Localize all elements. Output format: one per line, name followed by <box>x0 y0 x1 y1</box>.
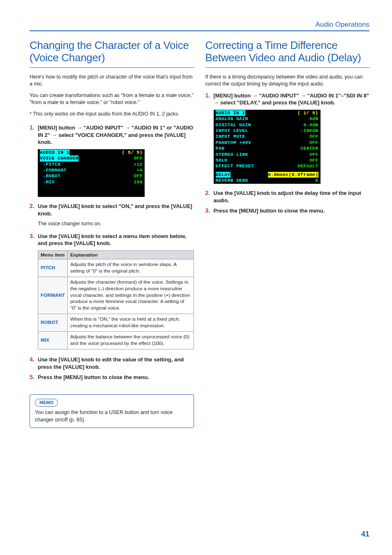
arrow-right-icon: → <box>125 124 130 132</box>
lcd-label: DELAY <box>216 172 231 178</box>
lcd-label: VOICE CHANGER <box>40 155 78 161</box>
memo-text: You can assign the function to a USER bu… <box>35 409 189 423</box>
lcd-label: ANALOG GAIN <box>216 116 248 122</box>
step-number: 1. <box>205 92 211 106</box>
t: [MENU] button <box>214 92 253 99</box>
t: select "VOICE CHANGER," and press the [V… <box>38 132 186 146</box>
right-column: Correcting a Time Difference Between Vid… <box>205 39 370 428</box>
step-number: 5. <box>30 374 35 381</box>
th-explanation: Explanation <box>68 250 194 259</box>
header-section-title: Audio Operations <box>316 21 369 28</box>
table-row: FORMANT Adjusts the character (formant) … <box>38 277 194 314</box>
lcd-value: DEFAULT <box>297 163 318 169</box>
lcd-label: -MIX <box>40 179 55 185</box>
t: "AUDIO INPUT" <box>258 92 300 99</box>
t: Use the [VALUE] knob to select a menu it… <box>38 233 186 247</box>
vc-lcd-screenshot: AUDIO IN 1( 5/ 5) VOICE CHANGEROFF -PITC… <box>38 149 145 197</box>
left-column: Changing the Character of a Voice (Voice… <box>30 39 194 428</box>
delay-step-3: 3. Press the [MENU] button to close the … <box>205 207 370 215</box>
delay-title: Correcting a Time Difference Between Vid… <box>205 39 370 68</box>
param-name: FORMANT <box>38 277 68 314</box>
arrow-right-icon: → <box>300 92 306 99</box>
param-desc: Adjusts the pitch of the voice in semito… <box>68 259 194 277</box>
delay-step-1: 1. [MENU] button → "AUDIO INPUT" → "AUDI… <box>205 92 370 106</box>
arrow-right-icon: → <box>52 132 57 139</box>
lcd-value: 0.0dB <box>303 122 318 128</box>
lcd-value: 0 <box>315 178 318 183</box>
vc-param-table: Menu item Explanation PITCH Adjusts the … <box>38 250 194 349</box>
step-body: Press the [MENU] button to close the men… <box>38 374 194 381</box>
lcd-label: PAN <box>216 146 225 151</box>
lcd-label: -FORMANT <box>40 167 67 173</box>
t: Use the [VALUE] knob to edit the value o… <box>38 356 184 370</box>
param-desc: When this is "ON," the voice is held at … <box>68 314 194 332</box>
step-number: 4. <box>30 356 35 370</box>
lcd-label: PHANTOM +48V <box>216 140 251 146</box>
lcd-value: +12 <box>134 162 143 167</box>
voice-changer-title: Changing the Character of a Voice (Voice… <box>30 39 194 68</box>
lcd-value: 0dB <box>309 116 318 122</box>
step-body: Use the [VALUE] knob to adjust the delay… <box>214 190 370 204</box>
arrow-right-icon: → <box>252 92 258 99</box>
param-desc: Adjusts the balance between the unproces… <box>68 332 194 349</box>
lcd-value: OFF <box>134 155 143 161</box>
vc-note: * This only works on the input audio fro… <box>30 111 194 118</box>
lcd-label: STEREO LINK <box>216 152 248 157</box>
step-number: 3. <box>205 207 211 215</box>
lcd-value: -INFdB <box>300 128 318 134</box>
lcd-label: -ROBOT <box>40 173 60 179</box>
lcd-title: AUDIO IN 1 <box>40 150 69 155</box>
lcd-value: OFF <box>134 173 143 179</box>
header-bar: Audio Operations <box>30 21 369 31</box>
lcd-value: +4 <box>137 167 143 173</box>
t: Press the [MENU] button to close the men… <box>214 208 325 214</box>
t: "AUDIO IN 1"–"SDI IN 8" <box>306 92 369 99</box>
step-number: 3. <box>30 233 35 247</box>
page-number: 41 <box>361 530 369 539</box>
memo-badge: MEMO <box>35 399 58 407</box>
th-menu-item: Menu item <box>38 250 68 259</box>
vc-step-2-sub: The voice changer turns on. <box>38 220 194 228</box>
content-columns: Changing the Character of a Voice (Voice… <box>30 39 369 428</box>
t: Press the [MENU] button to close the men… <box>38 374 149 380</box>
delay-step-2: 2. Use the [VALUE] knob to adjust the de… <box>205 190 370 204</box>
table-row: PITCH Adjusts the pitch of the voice in … <box>38 259 194 277</box>
step-number: 2. <box>30 203 35 217</box>
param-desc: Adjusts the character (formant) of the v… <box>68 277 194 314</box>
table-row: MIX Adjusts the balance between the unpr… <box>38 332 194 349</box>
lcd-page: ( 5/ 5) <box>122 150 143 155</box>
arrow-right-icon: → <box>77 124 82 132</box>
lcd-title: AUDIO IN 1 <box>216 110 245 116</box>
lcd-label: EFFECT PRESET <box>216 163 254 169</box>
lcd-value: OFF <box>309 134 318 139</box>
t: [MENU] button <box>38 125 77 131</box>
step-body: Use the [VALUE] knob to edit the value o… <box>38 356 194 370</box>
lcd-label: SOLO <box>216 157 228 163</box>
vc-step-3: 3. Use the [VALUE] knob to select a menu… <box>30 233 194 247</box>
param-name: MIX <box>38 332 68 349</box>
vc-step-1: 1. [MENU] button → "AUDIO INPUT" → "AUDI… <box>30 124 194 146</box>
vc-step-4: 4. Use the [VALUE] knob to edit the valu… <box>30 356 194 370</box>
lcd-page: ( 1/ 5) <box>297 110 318 116</box>
step-body: Use the [VALUE] knob to select a menu it… <box>38 233 194 247</box>
vc-intro-1: Here's how to modify the pitch or charac… <box>30 74 194 88</box>
lcd-value: 0.0msec(0.0frame) <box>268 172 318 178</box>
step-body: [MENU] button → "AUDIO INPUT" → "AUDIO I… <box>214 92 370 106</box>
lcd-value: OFF <box>309 157 318 163</box>
table-row: ROBOT When this is "ON," the voice is he… <box>38 314 194 332</box>
step-body: [MENU] button → "AUDIO INPUT" → "AUDIO I… <box>38 124 194 146</box>
vc-intro-2: You can create transformations such as "… <box>30 92 194 106</box>
lcd-label: DIGITAL GAIN <box>216 122 251 128</box>
memo-box: MEMO You can assign the function to a US… <box>30 394 194 428</box>
t: Use the [VALUE] knob to select "ON," and… <box>38 203 192 217</box>
t: Use the [VALUE] knob to adjust the delay… <box>214 190 361 204</box>
param-name: ROBOT <box>38 314 68 332</box>
step-body: Press the [MENU] button to close the men… <box>214 207 370 215</box>
lcd-label: REVERB SEND <box>216 178 248 183</box>
lcd-value: OFF <box>309 140 318 146</box>
arrow-right-icon: → <box>214 99 219 106</box>
delay-lcd-screenshot: AUDIO IN 1( 1/ 5) ANALOG GAIN0dB DIGITAL… <box>214 110 321 184</box>
lcd-label: -PITCH <box>40 162 60 167</box>
lcd-label: INPUT LEVEL <box>216 128 248 134</box>
param-name: PITCH <box>38 259 68 277</box>
